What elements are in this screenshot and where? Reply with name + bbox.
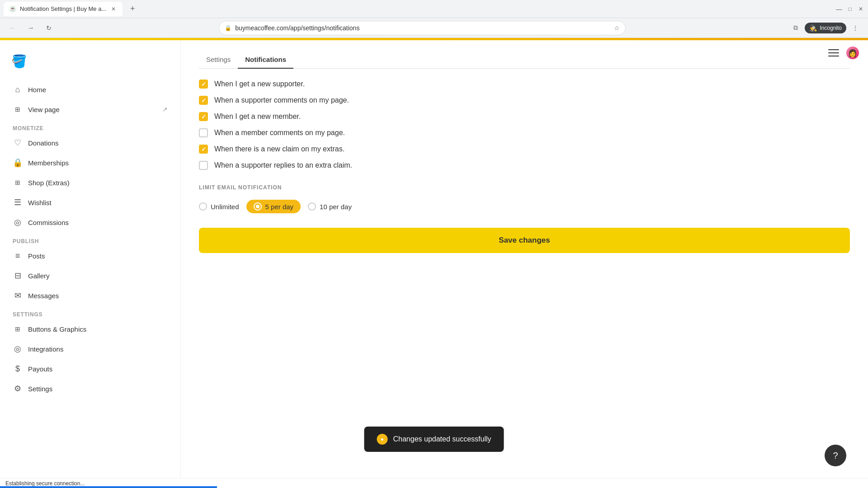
sidebar-item-wishlist[interactable]: ☰ Wishlist — [7, 193, 173, 212]
home-icon: ⌂ — [13, 84, 23, 94]
tab-favicon: ☕ — [9, 5, 16, 13]
sidebar-item-label: Buttons & Graphics — [28, 325, 86, 333]
browser-tab[interactable]: ☕ Notification Settings | Buy Me a... ✕ — [4, 2, 123, 16]
avatar-image: 👩 — [848, 49, 857, 57]
loading-progress-bar — [0, 486, 217, 488]
sidebar-item-gallery[interactable]: ⊟ Gallery — [7, 266, 173, 285]
radio-unlimited[interactable]: Unlimited — [199, 202, 239, 211]
checkbox-item-member-comments: When a member comments on my page. — [199, 128, 850, 137]
incognito-icon: 🕵 — [809, 24, 817, 32]
sidebar-section-settings: SETTINGS — [7, 306, 173, 319]
commissions-icon: ◎ — [13, 217, 23, 227]
sidebar-item-label: Gallery — [28, 272, 50, 280]
sidebar-item-home[interactable]: ⌂ Home — [7, 80, 173, 99]
incognito-label: Incognito — [820, 25, 842, 31]
radio-10-per-day[interactable]: 10 per day — [308, 202, 352, 211]
url-text: buymeacoffee.com/app/settings/notificati… — [235, 24, 610, 32]
checkbox-member-comments[interactable] — [199, 128, 208, 137]
sidebar-item-label: Integrations — [28, 345, 63, 353]
sidebar-item-label: Donations — [28, 139, 59, 147]
logo-bucket-icon: 🪣 — [11, 54, 27, 69]
checkbox-label-new-supporter: When I get a new supporter. — [214, 80, 305, 88]
star-icon[interactable]: ☆ — [614, 24, 620, 32]
sidebar-item-label: Wishlist — [28, 199, 52, 206]
wishlist-icon: ☰ — [13, 197, 23, 207]
maximize-button[interactable]: □ — [846, 5, 854, 13]
sidebar-item-label: Settings — [28, 385, 52, 393]
sidebar-item-donations[interactable]: ♡ Donations — [7, 133, 173, 152]
checkbox-supporter-replies[interactable] — [199, 161, 208, 170]
sidebar-item-messages[interactable]: ✉ Messages — [7, 286, 173, 305]
radio-label-5-per-day: 5 per day — [265, 203, 294, 211]
sidebar-item-payouts[interactable]: $ Payouts — [7, 359, 173, 378]
sidebar-item-view-page[interactable]: ⊞ View page ↗ — [7, 100, 173, 119]
sidebar-item-integrations[interactable]: ◎ Integrations — [7, 339, 173, 358]
hamburger-button[interactable] — [826, 46, 841, 60]
address-bar[interactable]: 🔒 buymeacoffee.com/app/settings/notifica… — [219, 21, 626, 35]
sidebar-item-label: Payouts — [28, 365, 52, 373]
sidebar-section-publish: PUBLISH — [7, 233, 173, 246]
page-content: 🪣 ⌂ Home ⊞ View page ↗ MONETIZE ♡ — [0, 40, 868, 478]
integrations-icon: ◎ — [13, 344, 23, 354]
limit-email-section: LIMIT EMAIL NOTIFICATION Unlimited 5 per… — [199, 184, 850, 213]
browser-titlebar: ☕ Notification Settings | Buy Me a... ✕ … — [0, 0, 868, 18]
toast-icon: ● — [377, 434, 387, 445]
settings-tabs: Settings Notifications — [199, 51, 850, 69]
save-changes-button[interactable]: Save changes — [199, 228, 850, 253]
sidebar-item-settings[interactable]: ⚙ Settings — [7, 379, 173, 398]
sidebar-item-memberships[interactable]: 🔒 Memberships — [7, 153, 173, 172]
sidebar-item-commissions[interactable]: ◎ Commissions — [7, 213, 173, 232]
settings-icon: ⚙ — [13, 384, 23, 394]
messages-icon: ✉ — [13, 291, 23, 300]
toolbar-actions: ⧉ 🕵 Incognito ⋮ — [788, 21, 863, 35]
radio-label-unlimited: Unlimited — [211, 203, 239, 211]
extensions-button[interactable]: ⧉ — [788, 21, 803, 35]
radio-5-per-day[interactable]: 5 per day — [246, 200, 301, 213]
radio-circle-10-per-day — [308, 202, 316, 211]
sidebar-item-label: Shop (Extras) — [28, 179, 70, 187]
sidebar-item-label: View page — [28, 106, 60, 113]
tab-close-button[interactable]: ✕ — [110, 5, 117, 13]
checkbox-supporter-comments[interactable] — [199, 96, 208, 105]
question-mark-icon: ? — [833, 450, 838, 461]
lock-icon: 🔒 — [225, 25, 231, 31]
back-button[interactable]: ← — [5, 21, 20, 35]
forward-button[interactable]: → — [24, 21, 38, 35]
radio-label-10-per-day: 10 per day — [320, 203, 352, 211]
checkbox-new-supporter[interactable] — [199, 80, 208, 89]
main-content: 👩 Settings Notifications When I get a ne… — [181, 40, 868, 478]
menu-button[interactable]: ⋮ — [848, 21, 863, 35]
sidebar-item-posts[interactable]: ≡ Posts — [7, 246, 173, 265]
status-text: Establishing secure connection... — [5, 480, 85, 487]
external-link-icon: ↗ — [162, 106, 168, 113]
tab-settings[interactable]: Settings — [199, 51, 238, 69]
minimize-button[interactable]: — — [835, 5, 843, 13]
reload-button[interactable]: ↻ — [42, 21, 56, 35]
toast-message: Changes updated successfully — [393, 435, 491, 443]
shop-icon: ⊞ — [13, 178, 23, 188]
gallery-icon: ⊟ — [13, 271, 23, 281]
checkbox-label-supporter-comments: When a supporter comments on my page. — [214, 96, 349, 104]
checkbox-label-member-comments: When a member comments on my page. — [214, 129, 345, 137]
radio-circle-5-per-day — [254, 202, 262, 211]
profile-avatar[interactable]: 👩 — [846, 47, 859, 59]
help-button[interactable]: ? — [825, 445, 846, 466]
new-tab-button[interactable]: + — [126, 3, 139, 15]
email-limit-radio-group: Unlimited 5 per day 10 per day — [199, 200, 850, 213]
sidebar-item-label: Home — [28, 86, 46, 94]
checkbox-new-member[interactable] — [199, 112, 208, 121]
close-button[interactable]: ✕ — [857, 5, 864, 13]
status-bar: Establishing secure connection... — [0, 478, 868, 488]
tab-notifications[interactable]: Notifications — [238, 51, 293, 69]
hamburger-line — [828, 49, 839, 50]
view-page-icon: ⊞ — [13, 104, 23, 114]
sidebar-item-label: Commissions — [28, 219, 69, 226]
checkbox-new-claim[interactable] — [199, 145, 208, 154]
sidebar-item-buttons-graphics[interactable]: ⊞ Buttons & Graphics — [7, 319, 173, 338]
checkbox-item-supporter-replies: When a supporter replies to an extra cla… — [199, 161, 850, 170]
logo-icon: 🪣 — [9, 51, 29, 71]
radio-circle-unlimited — [199, 202, 207, 211]
browser-frame: ☕ Notification Settings | Buy Me a... ✕ … — [0, 0, 868, 488]
sidebar-item-shop-extras[interactable]: ⊞ Shop (Extras) — [7, 173, 173, 192]
sidebar-item-label: Memberships — [28, 159, 69, 167]
